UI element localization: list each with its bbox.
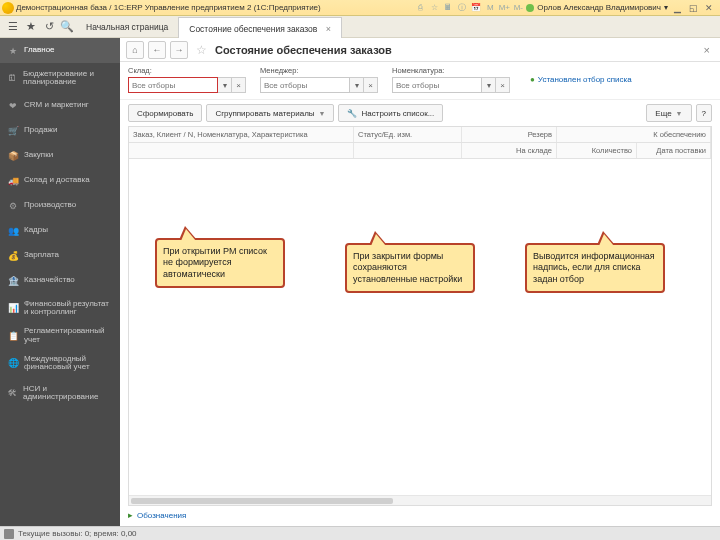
tb-icon-m[interactable]: M — [484, 2, 496, 14]
tb-icon-help[interactable]: ⓘ — [456, 2, 468, 14]
grid-header-row-1: Заказ, Клиент / N, Номенклатура, Характе… — [129, 127, 711, 143]
col-empty1 — [129, 143, 354, 158]
star-icon[interactable]: ★ — [22, 18, 40, 36]
fav-toggle-icon[interactable]: ☆ — [196, 43, 207, 57]
sidebar-item-wh[interactable]: 🚚Склад и доставка — [0, 168, 120, 193]
col-order[interactable]: Заказ, Клиент / N, Номенклатура, Характе… — [129, 127, 354, 142]
filter-warehouse: Склад: ▾ × — [128, 66, 246, 93]
sidebar-item-prod[interactable]: ⚙Производство — [0, 193, 120, 218]
action-bar: Сформировать Сгруппировать материалы▼ 🔧Н… — [120, 100, 720, 126]
filter-warehouse-label: Склад: — [128, 66, 246, 75]
filter-warehouse-clear[interactable]: × — [232, 77, 246, 93]
filter-manager: Менеджер: ▾ × — [260, 66, 378, 93]
tb-icon-search[interactable]: ☆ — [428, 2, 440, 14]
sidebar-item-fin[interactable]: 📊Финансовый результат и контроллинг — [0, 293, 120, 323]
col-qty[interactable]: Количество — [557, 143, 637, 158]
filter-manager-input[interactable] — [260, 77, 350, 93]
app-icon — [2, 2, 14, 14]
sidebar-item-budget[interactable]: 🗓Бюджетирование и планирование — [0, 63, 120, 93]
tab-active-label: Состояние обеспечения заказов — [189, 24, 317, 34]
page-title: Состояние обеспечения заказов — [215, 44, 392, 56]
sidebar-item-main[interactable]: ★Главное — [0, 38, 120, 63]
tb-icon-m-minus[interactable]: M- — [512, 2, 524, 14]
legend-toggle[interactable]: ▸ Обозначения — [120, 506, 720, 526]
tab-start[interactable]: Начальная страница — [76, 16, 178, 38]
sidebar-item-purch[interactable]: 📦Закупки — [0, 143, 120, 168]
chart-icon: 📊 — [8, 303, 18, 313]
filter-manager-clear[interactable]: × — [364, 77, 378, 93]
col-empty2 — [354, 143, 462, 158]
col-reserve[interactable]: Резерв — [462, 127, 557, 142]
filter-item-pick[interactable]: ▾ — [482, 77, 496, 93]
app-shell: ★Главное 🗓Бюджетирование и планирование … — [0, 38, 720, 526]
grid-hscroll[interactable] — [129, 495, 711, 505]
sidebar-item-nsi[interactable]: 🛠НСИ и администрирование — [0, 378, 120, 408]
plan-icon: 🗓 — [8, 73, 17, 83]
nav-next[interactable]: → — [170, 41, 188, 59]
sidebar: ★Главное 🗓Бюджетирование и планирование … — [0, 38, 120, 526]
sidebar-item-crm[interactable]: ❤CRM и маркетинг — [0, 93, 120, 118]
col-status[interactable]: Статус/Ед. изм. — [354, 127, 462, 142]
col-date[interactable]: Дата поставки — [637, 143, 711, 158]
tab-close-icon[interactable]: × — [326, 24, 331, 34]
tab-active[interactable]: Состояние обеспечения заказов × — [178, 17, 342, 39]
sidebar-item-treasury[interactable]: 🏦Казначейство — [0, 268, 120, 293]
callout-3: Выводится информационная надпись, если д… — [525, 243, 665, 293]
tb-icon-calendar[interactable]: 📅 — [470, 2, 482, 14]
form-button[interactable]: Сформировать — [128, 104, 202, 122]
menu-icon[interactable]: ☰ — [4, 18, 22, 36]
filter-item: Номенклатура: ▾ × — [392, 66, 510, 93]
filter-item-label: Номенклатура: — [392, 66, 510, 75]
close-page-icon[interactable]: × — [704, 44, 714, 56]
col-supply[interactable]: К обеспечению — [557, 127, 711, 142]
more-button[interactable]: Еще▼ — [646, 104, 691, 122]
people-icon: 👥 — [8, 226, 18, 236]
sidebar-item-sales[interactable]: 🛒Продажи — [0, 118, 120, 143]
wrench-icon: 🛠 — [8, 388, 17, 398]
filter-warehouse-input[interactable] — [128, 77, 218, 93]
tb-icon-m-plus[interactable]: M+ — [498, 2, 510, 14]
col-onstock[interactable]: На складе — [462, 143, 557, 158]
callout-1: При открытии РМ список не формируется ав… — [155, 238, 285, 288]
wrench-icon: 🔧 — [347, 109, 357, 118]
filter-manager-pick[interactable]: ▾ — [350, 77, 364, 93]
window-title: Демонстрационная база / 1С:ERP Управлени… — [16, 3, 321, 12]
chevron-right-icon: ▸ — [128, 510, 133, 520]
tb-icon-print[interactable]: ⎙ — [414, 2, 426, 14]
data-grid: Заказ, Клиент / N, Номенклатура, Характе… — [128, 126, 712, 506]
sidebar-item-ifrs[interactable]: 🌐Международный финансовый учет — [0, 348, 120, 378]
tune-button[interactable]: 🔧Настроить список... — [338, 104, 443, 122]
back-button[interactable]: ⌂ — [126, 41, 144, 59]
history-icon[interactable]: ↺ — [40, 18, 58, 36]
window-titlebar: Демонстрационная база / 1С:ERP Управлени… — [0, 0, 720, 16]
group-button[interactable]: Сгруппировать материалы▼ — [206, 104, 334, 122]
user-name: Орлов Александр Владимирович — [537, 3, 661, 12]
search-icon[interactable]: 🔍 — [58, 18, 76, 36]
globe-icon: 🌐 — [8, 358, 18, 368]
chevron-down-icon: ▼ — [676, 110, 683, 117]
help-button[interactable]: ? — [696, 104, 712, 122]
user-dropdown-icon: ▾ — [664, 3, 668, 12]
sidebar-item-salary[interactable]: 💰Зарплата — [0, 243, 120, 268]
heart-icon: ❤ — [8, 101, 18, 111]
status-bar: Текущие вызовы: 0; время: 0,00 — [0, 526, 720, 540]
tb-icon-calc[interactable]: 🖩 — [442, 2, 454, 14]
window-close[interactable]: ✕ — [702, 2, 716, 14]
grid-body[interactable] — [129, 159, 711, 495]
filter-item-input[interactable] — [392, 77, 482, 93]
page-toolbar: ⌂ ← → ☆ Состояние обеспечения заказов × — [120, 38, 720, 62]
sidebar-item-hr[interactable]: 👥Кадры — [0, 218, 120, 243]
status-icon — [4, 529, 14, 539]
scroll-thumb[interactable] — [131, 498, 393, 504]
cart-icon: 🛒 — [8, 126, 18, 136]
sidebar-item-reg[interactable]: 📋Регламентированный учет — [0, 323, 120, 348]
truck-icon: 🚚 — [8, 176, 18, 186]
window-restore[interactable]: ◱ — [686, 2, 700, 14]
filter-item-clear[interactable]: × — [496, 77, 510, 93]
filter-warehouse-pick[interactable]: ▾ — [218, 77, 232, 93]
nav-prev[interactable]: ← — [148, 41, 166, 59]
star-icon: ★ — [8, 46, 18, 56]
user-chip[interactable]: Орлов Александр Владимирович ▾ — [526, 3, 668, 12]
window-minimize[interactable]: ▁ — [670, 2, 684, 14]
filter-applied-link[interactable]: ●Установлен отбор списка — [530, 75, 632, 84]
